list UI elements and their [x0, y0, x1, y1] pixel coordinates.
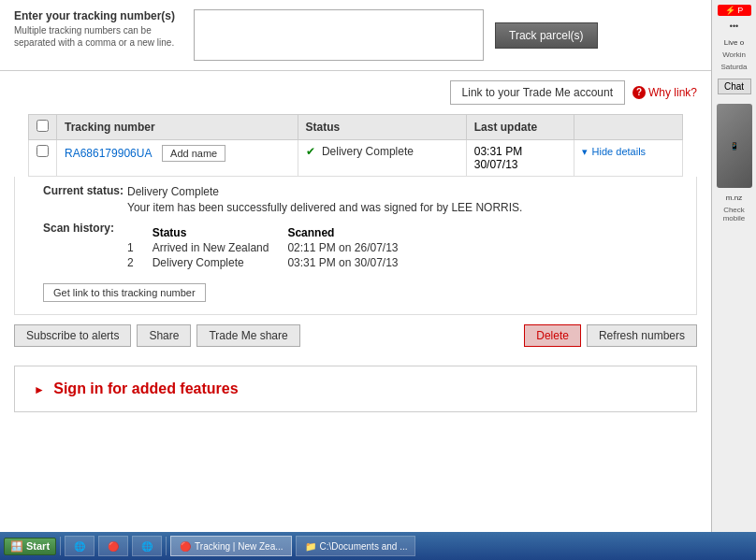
scan-history-row: 2 Delivery Complete 03:31 PM on 30/07/13: [127, 255, 417, 270]
mobile-check-label: Checkmobile: [723, 206, 746, 223]
scan-history-row: 1 Arrived in New Zealand 02:11 PM on 26/…: [127, 240, 417, 255]
sh-num: 2: [127, 255, 153, 270]
delivery-message: Your item has been successfully delivere…: [127, 200, 522, 216]
select-all-checkbox[interactable]: [36, 120, 49, 132]
th-last-update: Last update: [466, 115, 574, 140]
hide-details-arrow: ▾: [582, 146, 588, 157]
live-label: Live o: [724, 38, 744, 47]
refresh-button[interactable]: Refresh numbers: [587, 324, 697, 347]
sh-scanned: 03:31 PM on 30/07/13: [287, 255, 416, 270]
row-tracking-cell: RA686179906UA Add name: [57, 140, 298, 177]
trademe-share-button[interactable]: Trade Me share: [196, 324, 299, 347]
sh-scanned: 02:11 PM on 26/07/13: [287, 240, 416, 255]
signin-text: Sign in for added features: [53, 381, 238, 396]
tracking-input-label: Enter your tracking number(s): [14, 9, 182, 22]
subscribe-button[interactable]: Subscribe to alerts: [14, 324, 131, 347]
row-status-cell: ✔ Delivery Complete: [298, 140, 466, 177]
current-status-label: Current status:: [43, 184, 127, 197]
page-wrapper: Enter your tracking number(s) Multiple t…: [0, 0, 756, 560]
right-panel-dots: •••: [730, 22, 738, 31]
row-status-text: Delivery Complete: [322, 145, 414, 158]
mobile-image: 📱: [717, 104, 752, 188]
th-checkbox: [29, 115, 57, 140]
sh-th-scanned: Scanned: [287, 225, 416, 240]
signin-section: ► Sign in for added features: [14, 366, 697, 412]
signin-arrow: ►: [34, 383, 45, 396]
trademe-link-section: Link to your Trade Me account ? Why link…: [0, 71, 711, 114]
ie-icon-2: 🌐: [140, 539, 153, 553]
table-wrapper: Tracking number Status Last update RA686…: [0, 114, 711, 177]
documents-icon: 📁: [304, 539, 317, 553]
delete-button[interactable]: Delete: [524, 324, 581, 347]
scan-history-table-wrapper: Status Scanned 1 Arrived in New Zealand …: [127, 222, 417, 270]
chat-button[interactable]: Chat: [718, 79, 751, 94]
get-link-button[interactable]: Get link to this tracking number: [43, 283, 206, 302]
question-icon: ?: [632, 86, 646, 99]
th-actions: [574, 115, 682, 140]
tracking-textarea[interactable]: [194, 9, 484, 61]
right-panel: ⚡ P ••• Live o Workin Saturda Chat 📱 m.n…: [711, 0, 756, 560]
sh-th-status: Status: [153, 225, 288, 240]
taskbar-item-red-icon[interactable]: 🔴: [98, 536, 128, 556]
trademe-link-button[interactable]: Link to your Trade Me account: [450, 80, 625, 105]
last-update-date: 30/07/13: [474, 158, 518, 171]
th-status: Status: [298, 115, 466, 140]
ie-icon-1: 🌐: [73, 539, 86, 553]
why-link-label: Why link?: [648, 86, 697, 99]
content-area: Enter your tracking number(s) Multiple t…: [0, 0, 711, 560]
last-update-time: 03:31 PM: [474, 145, 522, 158]
working-label: Workin: [722, 50, 746, 59]
action-bar: Subscribe to alerts Share Trade Me share…: [0, 315, 711, 356]
red-icon: 🔴: [107, 539, 120, 553]
start-icon: 🪟: [10, 540, 23, 553]
taskbar-separator-2: [166, 537, 167, 555]
start-button[interactable]: 🪟 Start: [4, 538, 56, 555]
current-status-value: Delivery Complete Your item has been suc…: [127, 184, 522, 216]
detail-section: Current status: Delivery Complete Your i…: [14, 177, 697, 315]
detail-current-status-row: Current status: Delivery Complete Your i…: [43, 184, 682, 216]
tracking-label-group: Enter your tracking number(s) Multiple t…: [14, 9, 182, 49]
sh-status: Arrived in New Zealand: [153, 240, 288, 255]
start-label: Start: [26, 540, 50, 552]
row-last-update-cell: 03:31 PM 30/07/13: [466, 140, 574, 177]
detail-scan-history-row: Scan history: Status Scanned 1 Ar: [43, 222, 682, 270]
sh-status: Delivery Complete: [153, 255, 288, 270]
taskbar-item-ie-icon[interactable]: 🌐: [65, 536, 94, 556]
track-button[interactable]: Track parcel(s): [495, 22, 598, 49]
row-checkbox[interactable]: [36, 145, 49, 157]
taskbar-item-tracking[interactable]: 🔴 Tracking | New Zea...: [170, 536, 291, 556]
scan-history-table: Status Scanned 1 Arrived in New Zealand …: [127, 225, 417, 270]
hide-details-link[interactable]: ▾ Hide details: [582, 146, 647, 157]
share-button[interactable]: Share: [137, 324, 191, 347]
mobile-site-label: m.nz: [726, 194, 742, 202]
tracking-input-sublabel: Multiple tracking numbers can beseparate…: [14, 24, 182, 49]
taskbar-item-documents[interactable]: 📁 C:\Documents and ...: [296, 536, 416, 556]
scan-history-label: Scan history:: [43, 222, 127, 235]
taskbar-documents-label: C:\Documents and ...: [320, 541, 408, 552]
status-check-icon: ✔: [306, 145, 315, 158]
why-link[interactable]: ? Why link?: [632, 86, 697, 99]
th-tracking-number: Tracking number: [57, 115, 298, 140]
table-row: RA686179906UA Add name ✔ Delivery Comple…: [29, 140, 683, 177]
sh-num: 1: [127, 240, 153, 255]
sh-th-num: [127, 225, 153, 240]
taskbar-separator-1: [60, 537, 61, 555]
right-panel-badge: ⚡ P: [718, 5, 751, 16]
tracking-input-section: Enter your tracking number(s) Multiple t…: [0, 0, 711, 71]
saturday-label: Saturda: [720, 63, 747, 71]
tracking-icon: 🔴: [179, 539, 192, 553]
add-name-button[interactable]: Add name: [162, 145, 225, 162]
tracking-number-link[interactable]: RA686179906UA: [65, 147, 152, 160]
hide-details-label: Hide details: [592, 146, 646, 157]
row-hide-cell: ▾ Hide details: [574, 140, 682, 177]
current-status-text: Delivery Complete: [127, 184, 522, 200]
taskbar-item-ie-icon-2[interactable]: 🌐: [132, 536, 162, 556]
tracking-table: Tracking number Status Last update RA686…: [28, 114, 683, 177]
taskbar-tracking-label: Tracking | New Zea...: [195, 541, 283, 552]
row-checkbox-cell: [29, 140, 57, 177]
taskbar: 🪟 Start 🌐 🔴 🌐 🔴 Tracking | New Zea... 📁 …: [0, 532, 756, 560]
